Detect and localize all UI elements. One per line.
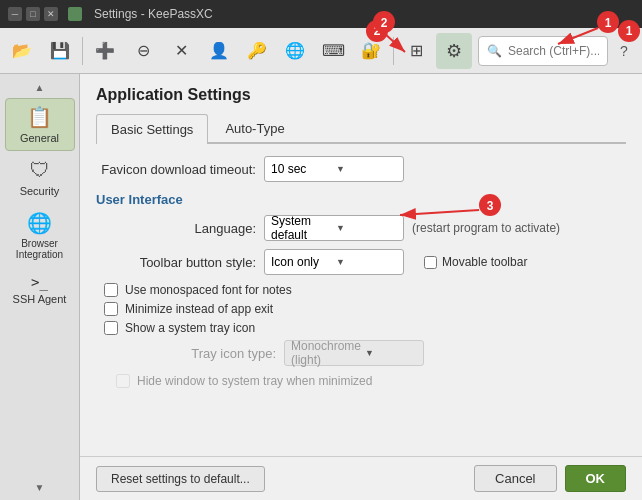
favicon-row: Favicon download timeout: 10 sec ▼ [96,156,626,182]
toolbar-style-label: Toolbar button style: [96,255,256,270]
key-button[interactable]: 🔑 [239,33,275,69]
sidebar-scroll-up[interactable]: ▲ [0,78,79,96]
save-button[interactable]: 💾 [42,33,78,69]
minimize-checkbox[interactable] [104,302,118,316]
minimize-label: Minimize instead of app exit [125,302,273,316]
favicon-arrow-icon: ▼ [336,164,397,174]
search-icon: 🔍 [487,44,502,58]
help-button[interactable]: ? [610,37,638,65]
user-button[interactable]: 👤 [201,33,237,69]
open-folder-button[interactable]: 📂 [4,33,40,69]
language-label: Language: [96,221,256,236]
tray-type-arrow-icon: ▼ [365,348,417,358]
page-title: Application Settings [96,86,626,104]
window-title: Settings - KeePassXC [94,7,213,21]
toolbar-separator-1 [82,37,83,65]
content-area: Application Settings 2 Basic Settings Au… [80,74,642,456]
tray-icon-label: Show a system tray icon [125,321,255,335]
padlock-button[interactable]: 🔐 [353,33,389,69]
movable-toolbar-checkbox[interactable] [424,256,437,269]
titlebar: ─ □ ✕ Settings - KeePassXC [0,0,642,28]
minimize-row: Minimize instead of app exit [104,302,626,316]
close-button[interactable]: ✕ [44,7,58,21]
tray-icon-row: Show a system tray icon [104,321,626,335]
search-bar: 🔍 [478,36,608,66]
monospace-row: Use monospaced font for notes [104,283,626,297]
minimize-button[interactable]: ─ [8,7,22,21]
language-row: Language: System default ▼ (restart prog… [96,215,626,241]
favicon-timeout-select[interactable]: 10 sec ▼ [264,156,404,182]
ok-button[interactable]: OK [565,465,627,492]
cancel-button[interactable]: Cancel [474,465,556,492]
tray-type-row: Tray icon type: Monochrome (light) ▼ [116,340,626,366]
hide-window-row: Hide window to system tray when minimize… [116,374,626,388]
settings-gear-button[interactable]: ⚙ [436,33,472,69]
ui-section-header: User Interface [96,192,626,207]
tab-auto-type[interactable]: Auto-Type [210,114,299,142]
search-input[interactable] [508,44,599,58]
browser-icon: 🌐 [27,211,52,235]
tab-basic-settings[interactable]: Basic Settings [96,114,208,144]
sidebar-ssh-label: SSH Agent [13,293,67,305]
window-controls[interactable]: ─ □ ✕ [8,7,58,21]
general-icon: 📋 [27,105,52,129]
security-icon: 🛡 [30,159,50,182]
sidebar-scroll-down[interactable]: ▼ [0,478,79,496]
tray-icon-checkbox[interactable] [104,321,118,335]
lock-button[interactable]: ⊖ [125,33,161,69]
footer-actions: Cancel OK [474,465,626,492]
toolbar-style-row: Toolbar button style: Icon only ▼ Movabl… [96,249,626,275]
sidebar-security-label: Security [20,185,60,197]
toolbar-style-select[interactable]: Icon only ▼ [264,249,404,275]
ssh-icon: >_ [31,274,48,290]
db-settings-button[interactable]: ⊞ [398,33,434,69]
sidebar-item-security[interactable]: 🛡 Security [5,153,75,203]
globe-button[interactable]: 🌐 [277,33,313,69]
tab-bar: Basic Settings Auto-Type [96,114,626,144]
sidebar-browser-label: BrowserIntegration [16,238,63,260]
language-value: System default [271,214,332,242]
hide-window-label: Hide window to system tray when minimize… [137,374,372,388]
toolbar-style-arrow-icon: ▼ [336,257,397,267]
reset-button[interactable]: Reset settings to default... [96,466,265,492]
maximize-button[interactable]: □ [26,7,40,21]
toolbar-style-value: Icon only [271,255,332,269]
hide-window-checkbox[interactable] [116,374,130,388]
language-select[interactable]: System default ▼ [264,215,404,241]
toolbar: 📂 💾 ➕ ⊖ ✕ 👤 🔑 🌐 ⌨ 🔐 ⊞ ⚙ 2 🔍 ? 1 [0,28,642,74]
favicon-label: Favicon download timeout: [96,162,256,177]
monospace-label: Use monospaced font for notes [125,283,292,297]
tray-type-value: Monochrome (light) [291,339,361,367]
movable-toolbar-label: Movable toolbar [442,255,527,269]
language-arrow-icon: ▼ [336,223,397,233]
tray-type-select: Monochrome (light) ▼ [284,340,424,366]
sidebar-item-browser[interactable]: 🌐 BrowserIntegration [5,205,75,266]
app-icon [68,7,82,21]
favicon-value: 10 sec [271,162,332,176]
keyboard-button[interactable]: ⌨ [315,33,351,69]
footer: Reset settings to default... Cancel OK [80,456,642,500]
sidebar-item-ssh[interactable]: >_ SSH Agent [5,268,75,311]
sidebar-general-label: General [20,132,59,144]
delete-button[interactable]: ✕ [163,33,199,69]
add-entry-button[interactable]: ➕ [87,33,123,69]
tray-type-label: Tray icon type: [116,346,276,361]
sidebar: ▲ 📋 General 🛡 Security 🌐 BrowserIntegrat… [0,74,80,500]
main-layout: ▲ 📋 General 🛡 Security 🌐 BrowserIntegrat… [0,74,642,500]
toolbar-separator-2 [393,37,394,65]
sidebar-item-general[interactable]: 📋 General [5,98,75,151]
monospace-checkbox[interactable] [104,283,118,297]
language-hint: (restart program to activate) [412,221,560,235]
